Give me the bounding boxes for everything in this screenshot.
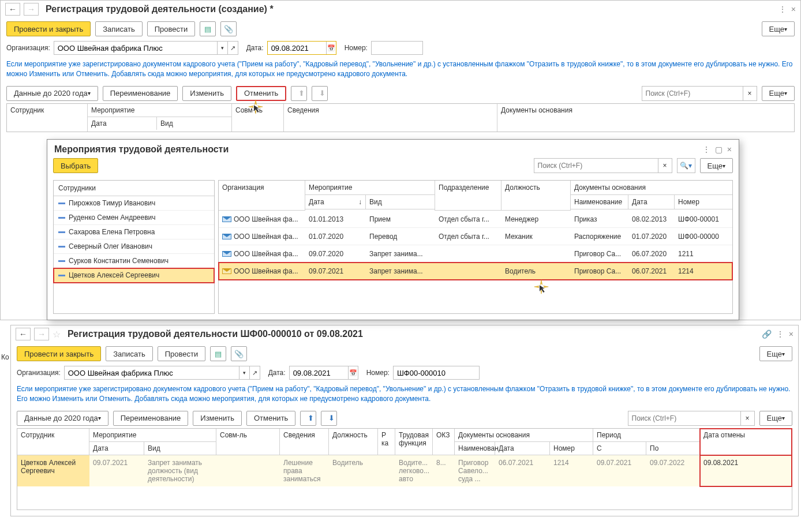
calendar-icon[interactable]: 📅	[326, 42, 336, 54]
data-before-button[interactable]: Данные до 2020 года	[17, 411, 108, 426]
gcol-docs[interactable]: Документы основания	[571, 181, 732, 195]
kebab-icon[interactable]: ⋮	[776, 329, 784, 339]
search-box-popup[interactable]: ×	[534, 158, 672, 173]
search-box-2[interactable]: ×	[628, 411, 755, 426]
rename-button[interactable]: Переименование	[113, 411, 189, 426]
col-func[interactable]: Трудовая функция	[395, 429, 432, 455]
col-type[interactable]: Вид	[144, 442, 216, 455]
search-input-2[interactable]	[628, 414, 740, 422]
col-docs[interactable]: Документы основания	[455, 429, 593, 442]
col-date[interactable]: Дата	[88, 117, 157, 130]
gcol-dept[interactable]: Подразделение	[435, 181, 501, 211]
more-button-popup[interactable]: Еще	[700, 158, 733, 173]
table-row[interactable]: ООО Швейная фа...01.07.2020ПереводОтдел …	[219, 228, 732, 245]
move-down-button[interactable]: ⬇	[321, 411, 337, 426]
move-up-button[interactable]: ⬆	[300, 411, 316, 426]
list-item[interactable]: Сурков Константин Семенович	[54, 254, 214, 268]
attach-icon-button[interactable]: 📎	[231, 346, 247, 361]
more-button-1[interactable]: Еще	[762, 21, 795, 36]
dropdown-caret-icon[interactable]: ▾	[217, 42, 227, 54]
cancel-button[interactable]: Отменить	[246, 411, 295, 426]
col-docname[interactable]: Наименован	[455, 442, 495, 455]
move-down-button[interactable]: ⬇	[312, 86, 328, 101]
calendar-icon[interactable]: 📅	[348, 366, 358, 379]
col-pfrom[interactable]: С	[593, 442, 646, 455]
col-combo[interactable]: Совм-ль	[232, 104, 283, 132]
col-event[interactable]: Мероприятие	[88, 104, 231, 117]
org-field[interactable]: ▾ ↗	[54, 41, 238, 55]
table-row[interactable]: Цветков Алексей Сергеевич 09.07.2021 Зап…	[17, 455, 792, 486]
org-input[interactable]	[54, 43, 217, 54]
search-clear-icon[interactable]: ×	[658, 159, 672, 173]
gcol-date[interactable]: Дата↓	[305, 195, 366, 209]
change-button[interactable]: Изменить	[193, 411, 242, 426]
col-type[interactable]: Вид	[157, 117, 231, 130]
list-item[interactable]: Сахарова Елена Петровна	[54, 225, 214, 239]
table-row[interactable]: ООО Швейная фа...01.01.2013ПриемОтдел сб…	[219, 211, 732, 228]
search-box-1[interactable]: ×	[642, 86, 757, 101]
col-docdate[interactable]: Дата	[495, 442, 550, 455]
col-combo[interactable]: Совм-ль	[216, 429, 279, 455]
nav-forward-button[interactable]: →	[34, 328, 49, 340]
gcol-org[interactable]: Организация	[219, 181, 305, 211]
data-before-button[interactable]: Данные до 2020 года	[6, 86, 98, 101]
gcol-docnum[interactable]: Номер	[675, 195, 732, 209]
kebab-icon[interactable]: ⋮	[778, 5, 787, 14]
write-button[interactable]: Записать	[106, 346, 153, 361]
list-item[interactable]: Пирожков Тимур Иванович	[54, 196, 214, 211]
report-icon-button[interactable]: ▤	[210, 346, 226, 361]
more-button-1b[interactable]: Еще	[762, 86, 795, 101]
nav-forward-button[interactable]: →	[24, 3, 39, 16]
maximize-icon[interactable]: ▢	[715, 145, 723, 154]
nav-back-button[interactable]: ←	[5, 3, 20, 16]
col-canceldate[interactable]: Дата отмены	[700, 429, 792, 455]
star-icon[interactable]: ☆	[53, 329, 61, 340]
select-button[interactable]: Выбрать	[53, 158, 98, 173]
close-icon[interactable]: ×	[789, 329, 793, 339]
col-rka[interactable]: Р ка	[378, 429, 395, 455]
list-item[interactable]: Цветков Алексей Сергеевич	[54, 268, 214, 283]
employee-list-header[interactable]: Сотрудники	[54, 181, 214, 196]
post-button[interactable]: Провести	[158, 346, 206, 361]
search-input-1[interactable]	[642, 89, 743, 98]
num-input[interactable]	[372, 43, 422, 54]
gcol-pos[interactable]: Должность	[501, 181, 570, 211]
close-icon[interactable]: ×	[791, 5, 796, 14]
col-pto[interactable]: По	[646, 442, 699, 455]
col-employee[interactable]: Сотрудник	[7, 104, 87, 132]
search-clear-icon[interactable]: ×	[740, 411, 754, 425]
close-icon[interactable]: ×	[727, 145, 732, 154]
search-button[interactable]: 🔍▾	[677, 158, 695, 173]
search-clear-icon[interactable]: ×	[743, 87, 757, 100]
change-button[interactable]: Изменить	[182, 86, 231, 101]
search-input-popup[interactable]	[534, 162, 658, 170]
report-icon-button[interactable]: ▤	[200, 21, 216, 36]
date-input[interactable]	[268, 43, 326, 54]
date-field[interactable]: 📅	[289, 366, 358, 380]
list-item[interactable]: Северный Олег Иванович	[54, 239, 214, 254]
gcol-docdate[interactable]: Дата	[628, 195, 675, 209]
nav-back-button[interactable]: ←	[16, 328, 31, 340]
col-event[interactable]: Мероприятие	[89, 429, 216, 442]
table-row[interactable]: ООО Швейная фа...09.07.2021Запрет занима…	[219, 263, 732, 280]
open-ref-icon[interactable]: ↗	[249, 366, 260, 379]
org-input[interactable]	[65, 368, 239, 379]
col-date[interactable]: Дата	[89, 442, 144, 455]
col-details[interactable]: Сведения	[284, 104, 497, 132]
num-field[interactable]	[393, 366, 480, 380]
list-item[interactable]: Руденко Семен Андреевич	[54, 211, 214, 225]
move-up-button[interactable]: ⬆	[291, 86, 307, 101]
more-button-2[interactable]: Еще	[759, 346, 792, 361]
table-row[interactable]: ООО Швейная фа...09.07.2020Запрет занима…	[219, 245, 732, 263]
dropdown-caret-icon[interactable]: ▾	[239, 366, 249, 379]
date-field[interactable]: 📅	[267, 41, 336, 55]
col-docs[interactable]: Документы основания	[497, 104, 794, 132]
write-button[interactable]: Записать	[95, 21, 143, 36]
open-ref-icon[interactable]: ↗	[227, 42, 238, 54]
cancel-button[interactable]: Отменить	[236, 86, 286, 101]
col-details[interactable]: Сведения	[280, 429, 328, 455]
attach-icon-button[interactable]: 📎	[220, 21, 237, 36]
kebab-icon[interactable]: ⋮	[702, 145, 710, 154]
gcol-event[interactable]: Мероприятие	[305, 181, 435, 195]
gcol-type[interactable]: Вид	[366, 195, 435, 209]
